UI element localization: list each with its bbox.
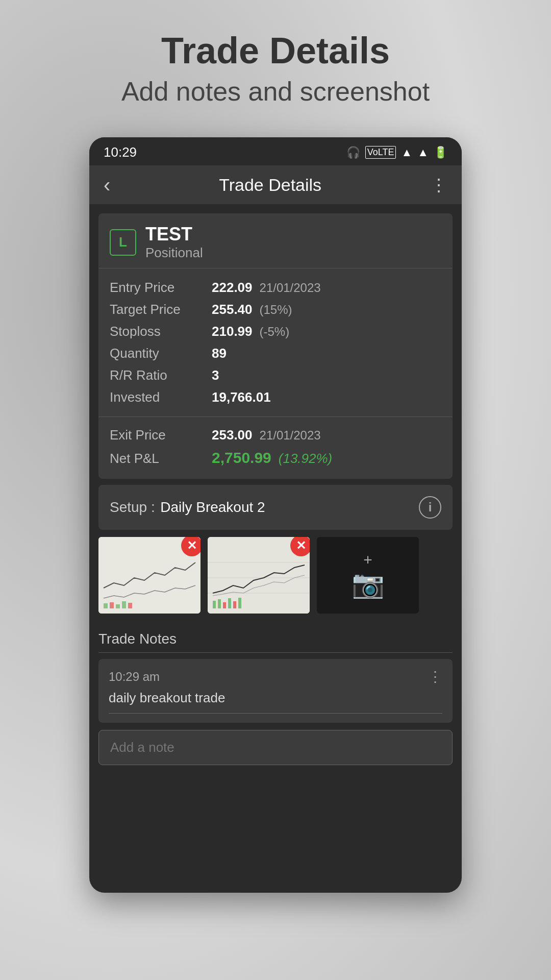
note-time: 10:29 am [109, 670, 160, 684]
trade-card: L TEST Positional Entry Price 222.09 21/… [98, 213, 453, 479]
setup-name: Daily Breakout 2 [160, 499, 265, 515]
exit-date: 21/01/2023 [260, 428, 321, 443]
setup-label: Setup : [110, 499, 155, 515]
exit-price-value: 253.00 [212, 427, 253, 443]
svg-rect-12 [223, 602, 226, 608]
setup-row: Setup : Daily Breakout 2 i [98, 485, 453, 530]
rr-ratio-label: R/R Ratio [110, 368, 212, 383]
more-menu-button[interactable]: ⋮ [430, 175, 447, 195]
top-bar-title: Trade Details [219, 175, 321, 195]
setup-label-group: Setup : Daily Breakout 2 [110, 499, 265, 516]
svg-rect-10 [213, 601, 216, 608]
note-text: daily breakout trade [109, 690, 442, 714]
stoploss-row: Stoploss 210.99 (-5%) [110, 321, 441, 342]
trade-details: Entry Price 222.09 21/01/2023 Target Pri… [98, 268, 453, 417]
invested-label: Invested [110, 389, 212, 405]
quantity-row: Quantity 89 [110, 342, 441, 364]
svg-rect-4 [122, 601, 126, 608]
stoploss-label: Stoploss [110, 324, 212, 339]
rr-ratio-value: 3 [212, 368, 219, 383]
trade-type: Positional [145, 245, 203, 261]
entry-price-label: Entry Price [110, 280, 212, 296]
net-pnl-pct: (13.92%) [279, 451, 333, 467]
exit-price-label: Exit Price [110, 427, 212, 443]
stoploss-value: 210.99 [212, 324, 253, 339]
quantity-value: 89 [212, 346, 227, 361]
setup-info-button[interactable]: i [419, 496, 441, 519]
camera-icon: 📷 [352, 569, 385, 600]
svg-rect-5 [128, 603, 132, 608]
invested-value: 19,766.01 [212, 389, 271, 405]
trade-name-block: TEST Positional [145, 224, 203, 261]
svg-rect-3 [116, 604, 120, 608]
quantity-label: Quantity [110, 346, 212, 361]
stoploss-pct: (-5%) [260, 325, 290, 339]
status-icons: 🎧 VoLTE ▲ ▲ 🔋 [346, 146, 447, 159]
page-subtitle: Add notes and screenshot [20, 76, 531, 107]
entry-price-row: Entry Price 222.09 21/01/2023 [110, 277, 441, 299]
target-price-row: Target Price 255.40 (15%) [110, 299, 441, 321]
trade-notes-header: Trade Notes [98, 623, 453, 653]
add-note-input[interactable] [110, 740, 441, 755]
entry-date: 21/01/2023 [260, 281, 321, 295]
target-price-value: 255.40 [212, 302, 253, 317]
svg-rect-13 [228, 598, 231, 608]
battery-icon: 🔋 [434, 146, 447, 159]
add-note-bar[interactable] [98, 730, 453, 765]
svg-rect-2 [110, 602, 114, 608]
screenshots-row: ✕ ✕ [98, 537, 453, 614]
signal-icon: ▲ [417, 146, 429, 159]
screenshot-2: ✕ [208, 537, 310, 614]
trade-name: TEST [145, 224, 203, 245]
note-item: 10:29 am ⋮ daily breakout trade [98, 659, 453, 723]
svg-rect-14 [233, 601, 236, 608]
page-title: Trade Details [20, 31, 531, 71]
net-pnl-label: Net P&L [110, 451, 212, 467]
trade-header: L TEST Positional [98, 213, 453, 268]
status-bar: 10:29 🎧 VoLTE ▲ ▲ 🔋 [89, 137, 462, 165]
phone-frame: 10:29 🎧 VoLTE ▲ ▲ 🔋 ‹ Trade Details ⋮ L … [89, 137, 462, 893]
net-pnl-row: Net P&L 2,750.99 (13.92%) [110, 446, 441, 470]
headset-icon: 🎧 [346, 146, 360, 159]
top-bar: ‹ Trade Details ⋮ [89, 165, 462, 204]
rr-ratio-row: R/R Ratio 3 [110, 364, 441, 386]
trade-badge: L [110, 229, 136, 256]
screenshot-1: ✕ [98, 537, 201, 614]
page-header: Trade Details Add notes and screenshot [0, 0, 551, 127]
wifi-icon: ▲ [401, 146, 412, 159]
invested-row: Invested 19,766.01 [110, 386, 441, 408]
svg-rect-11 [218, 599, 221, 608]
target-price-pct: (15%) [260, 303, 292, 317]
status-time: 10:29 [104, 144, 137, 160]
trade-notes-title: Trade Notes [98, 631, 177, 647]
note-more-button[interactable]: ⋮ [428, 668, 442, 685]
volte-icon: VoLTE [365, 146, 396, 159]
exit-section: Exit Price 253.00 21/01/2023 Net P&L 2,7… [98, 417, 453, 479]
svg-rect-15 [238, 598, 241, 608]
net-pnl-value: 2,750.99 [212, 449, 271, 467]
add-photo-plus-icon: + [363, 551, 372, 569]
note-meta-row: 10:29 am ⋮ [109, 668, 442, 685]
svg-rect-1 [104, 603, 108, 608]
add-photo-button[interactable]: + 📷 [317, 537, 419, 614]
entry-price-value: 222.09 [212, 280, 253, 296]
target-price-label: Target Price [110, 302, 212, 317]
exit-price-row: Exit Price 253.00 21/01/2023 [110, 424, 441, 446]
back-button[interactable]: ‹ [104, 175, 110, 195]
